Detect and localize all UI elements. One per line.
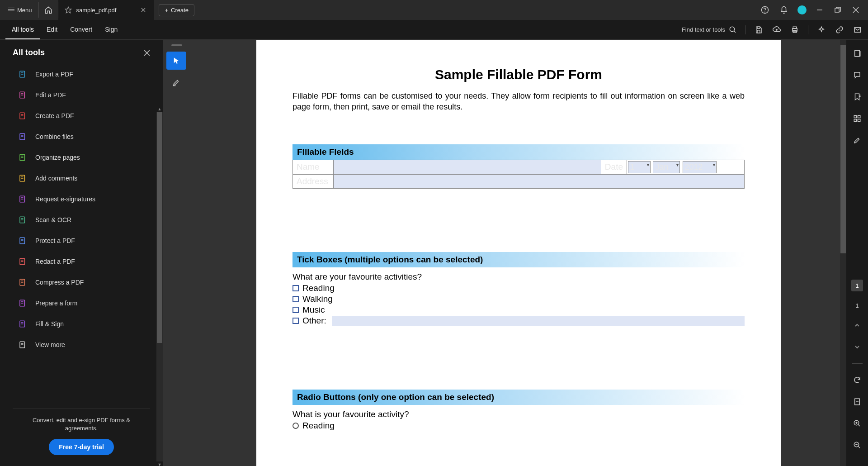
separator — [745, 25, 745, 34]
fit-page-icon — [853, 398, 861, 406]
page-total: 1 — [855, 302, 859, 309]
window-maximize[interactable] — [833, 5, 843, 15]
ai-button[interactable] — [816, 25, 826, 35]
page-up-button[interactable] — [852, 320, 863, 331]
document-tab[interactable]: sample_pdf.pdf — [58, 0, 155, 20]
zoom-in-button[interactable] — [852, 418, 863, 429]
sidebar-item-create-a-pdf[interactable]: Create a PDF — [14, 105, 154, 126]
cloud-upload-icon — [773, 26, 781, 34]
highlighter-icon — [853, 136, 861, 144]
menu-button[interactable]: Menu — [4, 4, 37, 16]
find-button[interactable]: Find text or tools — [682, 26, 737, 34]
scroll-thumb[interactable] — [840, 45, 846, 253]
bookmark-button[interactable] — [852, 91, 863, 102]
svg-point-4 — [765, 12, 765, 12]
radio-label: Reading — [302, 421, 335, 431]
fit-button[interactable] — [852, 396, 863, 407]
date-day-select[interactable]: 1 — [628, 161, 651, 173]
document-viewer[interactable]: Sample Fillable PDF Form Fillable PDF fo… — [191, 40, 846, 466]
create-label: Create — [171, 7, 189, 14]
sidebar-item-protect-a-pdf[interactable]: Protect a PDF — [14, 230, 154, 251]
print-button[interactable] — [790, 25, 800, 35]
user-avatar[interactable] — [797, 5, 807, 14]
home-icon — [44, 6, 52, 14]
page-number-input[interactable]: 1 — [851, 280, 863, 291]
sidebar-item-combine-files[interactable]: Combine files — [14, 126, 154, 147]
sidebar-item-request-e-signatures[interactable]: Request e-signatures — [14, 189, 154, 209]
sidebar-item-prepare-a-form[interactable]: Prepare a form — [14, 293, 154, 314]
page-display-button[interactable] — [852, 48, 863, 59]
tool-edit[interactable]: Edit — [40, 20, 64, 39]
scroll-down-arrow[interactable]: ▼ — [156, 461, 163, 466]
home-button[interactable] — [38, 2, 58, 18]
scroll-thumb[interactable] — [157, 112, 162, 343]
sidebar-scrollbar[interactable]: ▲ ▼ — [156, 112, 163, 461]
rotate-button[interactable] — [852, 375, 863, 385]
tool-all-tools[interactable]: All tools — [5, 20, 40, 39]
plus-icon: + — [165, 7, 168, 14]
date-month-select[interactable]: Jan — [653, 161, 680, 173]
tab-close-button[interactable] — [139, 6, 148, 14]
question-activities: What are your favourite activities? — [292, 272, 745, 282]
right-rail: 1 1 — [846, 40, 868, 466]
sidebar-item-export-a-pdf[interactable]: Export a PDF — [14, 64, 154, 85]
highlight-tool-button[interactable] — [166, 73, 186, 91]
checkbox[interactable] — [292, 307, 299, 313]
grid-icon — [853, 114, 861, 123]
sidebar-item-organize-pages[interactable]: Organize pages — [14, 147, 154, 168]
window-close[interactable] — [851, 5, 861, 15]
save-button[interactable] — [754, 25, 764, 35]
date-year-select[interactable]: 2012 — [683, 161, 717, 173]
address-input[interactable] — [334, 174, 745, 188]
sidebar-close-button[interactable] — [144, 50, 150, 56]
viewer-scrollbar[interactable] — [840, 40, 846, 466]
create-button[interactable]: + Create — [159, 4, 194, 16]
svg-rect-66 — [854, 119, 856, 122]
form-table: Name Date 1 Jan 2012 Address — [292, 160, 745, 189]
checkbox[interactable] — [292, 318, 299, 324]
other-input[interactable] — [332, 316, 745, 326]
checkbox-row: Walking — [292, 294, 745, 304]
comment-button[interactable] — [852, 70, 863, 81]
scroll-up-arrow[interactable]: ▲ — [156, 106, 163, 112]
notifications-button[interactable] — [778, 5, 789, 15]
link-button[interactable] — [835, 25, 844, 35]
document-title: Sample Fillable PDF Form — [292, 67, 745, 82]
thumbnails-button[interactable] — [852, 113, 863, 124]
sidebar-item-compress-a-pdf[interactable]: Compress a PDF — [14, 272, 154, 293]
window-minimize[interactable] — [815, 5, 825, 15]
tool-menu: All tools Edit Convert Sign — [5, 20, 124, 39]
upload-button[interactable] — [772, 25, 782, 35]
find-label: Find text or tools — [682, 26, 725, 33]
sidebar-item-label: Organize pages — [35, 154, 80, 161]
checkbox[interactable] — [292, 296, 299, 302]
name-input[interactable] — [334, 160, 601, 174]
checkbox[interactable] — [292, 285, 299, 291]
radio[interactable] — [292, 423, 299, 429]
svg-line-75 — [858, 446, 860, 448]
section-header-radio: Radio Buttons (only one option can be se… — [292, 390, 745, 405]
drag-handle[interactable] — [171, 44, 182, 46]
zoom-out-button[interactable] — [852, 440, 863, 451]
help-button[interactable] — [760, 5, 770, 15]
sidebar-item-redact-a-pdf[interactable]: Redact a PDF — [14, 251, 154, 272]
page-down-button[interactable] — [852, 342, 863, 352]
tool-convert[interactable]: Convert — [64, 20, 99, 39]
selection-tool-button[interactable] — [166, 52, 186, 70]
radio-row: Reading — [292, 420, 745, 431]
sidebar-item-add-comments[interactable]: Add comments — [14, 168, 154, 189]
sidebar-item-scan-ocr[interactable]: Scan & OCR — [14, 209, 154, 230]
free-trial-button[interactable]: Free 7-day trial — [49, 439, 114, 455]
tool-icon — [18, 195, 27, 204]
checkbox-row: Other: — [292, 315, 745, 326]
sidebar-item-edit-a-pdf[interactable]: Edit a PDF — [14, 85, 154, 105]
tool-icon — [18, 153, 27, 162]
sidebar-item-view-more[interactable]: View more — [14, 334, 154, 355]
share-button[interactable] — [853, 25, 863, 35]
close-icon — [144, 50, 150, 56]
selection-button[interactable] — [852, 135, 863, 146]
sidebar-item-fill-sign[interactable]: Fill & Sign — [14, 314, 154, 334]
star-icon[interactable] — [65, 6, 72, 14]
svg-marker-0 — [65, 7, 71, 13]
tool-sign[interactable]: Sign — [99, 20, 124, 39]
